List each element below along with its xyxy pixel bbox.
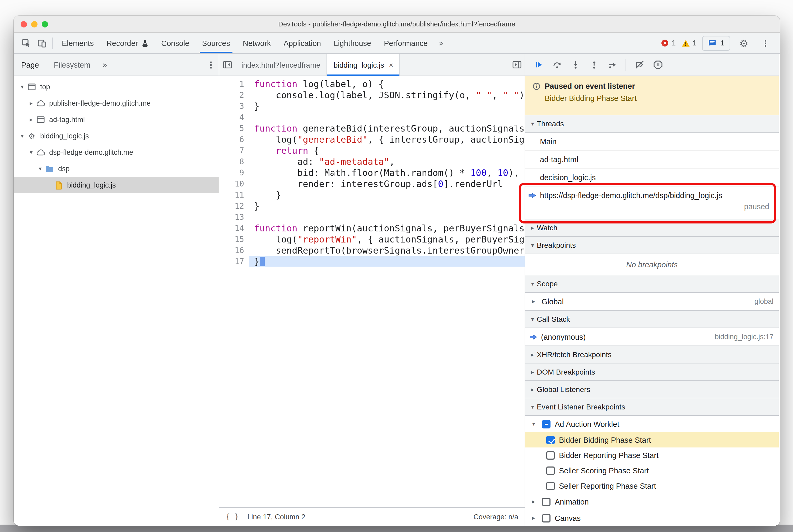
panel-tab-elements[interactable]: Elements <box>55 33 100 53</box>
code-line-12[interactable]: } <box>254 201 525 212</box>
line-number-8[interactable]: 8 <box>219 156 249 168</box>
more-panels-button[interactable]: » <box>434 38 448 48</box>
code-line-10[interactable]: render: interestGroup.ads[0].renderUrl <box>254 178 525 190</box>
caret-expanded-icon[interactable]: ▾ <box>18 133 26 139</box>
panel-tab-recorder[interactable]: Recorder <box>100 33 155 53</box>
warning-badge[interactable]: 1 <box>681 39 697 47</box>
line-number-6[interactable]: 6 <box>219 134 249 145</box>
thread-item-paused[interactable]: https://dsp-fledge-demo.glitch.me/dsp/bi… <box>525 187 779 219</box>
line-number-5[interactable]: 5 <box>219 123 249 134</box>
checkbox-checked[interactable] <box>546 436 555 444</box>
caret-collapsed-icon[interactable]: ▸ <box>27 116 35 123</box>
line-number-4[interactable]: 4 <box>219 112 249 123</box>
tree-item-dsp[interactable]: ▾dsp <box>14 160 219 177</box>
section-header-watch[interactable]: ▸ Watch <box>525 219 779 237</box>
section-header-threads[interactable]: ▾ Threads <box>525 115 779 133</box>
step-over-button[interactable] <box>549 57 565 73</box>
checkbox-indeterminate[interactable] <box>542 420 550 428</box>
elb-group-ad-auction-worklet[interactable]: ▾Ad Auction Worklet <box>525 416 779 432</box>
code-line-17[interactable]: } <box>249 256 525 267</box>
checkbox-unchecked[interactable] <box>546 451 555 459</box>
section-header-breakpoints[interactable]: ▾ Breakpoints <box>525 236 779 254</box>
settings-gear-icon[interactable]: ⚙ <box>736 35 752 51</box>
deactivate-breakpoints-button[interactable] <box>631 57 647 73</box>
elb-item-bidder-reporting-phase-start[interactable]: Bidder Reporting Phase Start <box>525 448 779 463</box>
step-into-button[interactable] <box>567 57 583 73</box>
tree-item-dsp-fledge-demo-glitch-me[interactable]: ▾dsp-fledge-demo.glitch.me <box>14 144 219 160</box>
panel-tab-performance[interactable]: Performance <box>377 33 434 53</box>
caret-collapsed-icon[interactable]: ▸ <box>529 515 538 521</box>
checkbox-unchecked[interactable] <box>546 481 555 490</box>
section-header-xhr-breakpoints[interactable]: ▸ XHR/fetch Breakpoints <box>525 345 779 363</box>
code-line-9[interactable]: bid: Math.floor(Math.random() * 100, 10)… <box>254 168 525 178</box>
code-line-1[interactable]: function log(label, o) { <box>254 79 525 90</box>
panel-tab-lighthouse[interactable]: Lighthouse <box>327 33 377 53</box>
tree-item-bidding-logic-js[interactable]: ▾⚙bidding_logic.js <box>14 128 219 144</box>
step-out-button[interactable] <box>586 57 602 73</box>
toggle-navigator-icon[interactable] <box>219 57 235 73</box>
panel-tab-application[interactable]: Application <box>277 33 327 53</box>
code-line-16[interactable]: sendReportTo(browserSignals.interestGrou… <box>254 245 525 256</box>
section-header-dom-breakpoints[interactable]: ▸ DOM Breakpoints <box>525 363 779 381</box>
line-number-10[interactable]: 10 <box>219 178 249 190</box>
code-line-4[interactable] <box>254 112 525 123</box>
panel-tab-network[interactable]: Network <box>237 33 277 53</box>
line-number-1[interactable]: 1 <box>219 79 249 90</box>
editor-tab-bidding-logic[interactable]: bidding_logic.js × <box>327 54 400 76</box>
line-number-13[interactable]: 13 <box>219 212 249 223</box>
resume-script-button[interactable] <box>530 57 546 73</box>
more-options-kebab-icon[interactable]: ⋮ <box>758 35 773 51</box>
close-tab-icon[interactable]: × <box>389 60 393 69</box>
checkbox-unchecked[interactable] <box>542 514 550 522</box>
section-header-scope[interactable]: ▾ Scope <box>525 275 779 293</box>
caret-collapsed-icon[interactable]: ▸ <box>27 100 35 107</box>
titlebar[interactable]: DevTools - publisher-fledge-demo.glitch.… <box>14 16 780 33</box>
toggle-debugger-panel-icon[interactable] <box>509 57 525 73</box>
caret-collapsed-icon[interactable]: ▸ <box>529 298 538 305</box>
panel-tab-console[interactable]: Console <box>155 33 195 53</box>
line-number-11[interactable]: 11 <box>219 190 249 201</box>
code-line-8[interactable]: ad: "ad-metadata", <box>254 156 525 168</box>
more-navigator-tabs-button[interactable]: » <box>98 60 112 70</box>
line-number-7[interactable]: 7 <box>219 145 249 156</box>
thread-item-main[interactable]: Main <box>525 133 779 151</box>
code-line-7[interactable]: return { <box>254 145 525 156</box>
thread-item-ad-tag-html[interactable]: ad-tag.html <box>525 151 779 169</box>
code-line-5[interactable]: function generateBid(interestGroup, auct… <box>254 123 525 134</box>
elb-group-canvas[interactable]: ▸Canvas <box>525 510 779 526</box>
minimize-button[interactable] <box>31 21 38 27</box>
line-number-14[interactable]: 14 <box>219 223 249 234</box>
section-header-event-listener-breakpoints[interactable]: ▾ Event Listener Breakpoints <box>525 398 779 416</box>
issues-button[interactable]: 1 <box>702 36 730 51</box>
navigator-tab-page[interactable]: Page <box>14 54 46 76</box>
inspect-element-icon[interactable] <box>18 35 34 51</box>
caret-expanded-icon[interactable]: ▾ <box>36 165 44 172</box>
caret-collapsed-icon[interactable]: ▸ <box>529 498 538 505</box>
thread-item-decision-logic-js[interactable]: decision_logic.js <box>525 169 779 187</box>
code-line-15[interactable]: log("reportWin", { auctionSignals, perBu… <box>254 234 525 245</box>
caret-expanded-icon[interactable]: ▾ <box>27 149 35 156</box>
elb-item-seller-reporting-phase-start[interactable]: Seller Reporting Phase Start <box>525 478 779 493</box>
code-line-13[interactable] <box>254 212 525 223</box>
line-number-9[interactable]: 9 <box>219 168 249 178</box>
tree-item-top[interactable]: ▾top <box>14 79 219 95</box>
code-line-11[interactable]: } <box>254 190 525 201</box>
line-number-16[interactable]: 16 <box>219 245 249 256</box>
navigator-tab-filesystem[interactable]: Filesystem <box>46 54 98 76</box>
checkbox-unchecked[interactable] <box>542 497 550 506</box>
line-number-15[interactable]: 15 <box>219 234 249 245</box>
editor-tab-index-html[interactable]: index.html?fencedframe <box>235 54 327 76</box>
line-number-gutter[interactable]: 1234567891011121314151617 <box>219 79 249 507</box>
section-header-global-listeners[interactable]: ▸ Global Listeners <box>525 380 779 398</box>
code-line-14[interactable]: function reportWin(auctionSignals, perBu… <box>254 223 525 234</box>
pause-on-exceptions-button[interactable] <box>650 57 666 73</box>
code-editor[interactable]: 1234567891011121314151617 function log(l… <box>219 76 525 507</box>
step-button[interactable] <box>604 57 620 73</box>
elb-item-bidder-bidding-phase-start[interactable]: Bidder Bidding Phase Start <box>525 432 779 448</box>
navigator-kebab-icon[interactable]: ⋮ <box>203 57 219 73</box>
tree-item-ad-tag-html[interactable]: ▸ad-tag.html <box>14 112 219 128</box>
zoom-button[interactable] <box>42 21 48 27</box>
tree-item-bidding-logic-js[interactable]: bidding_logic.js <box>14 177 219 193</box>
section-header-call-stack[interactable]: ▾ Call Stack <box>525 310 779 328</box>
pretty-print-button[interactable]: { } <box>226 512 239 521</box>
